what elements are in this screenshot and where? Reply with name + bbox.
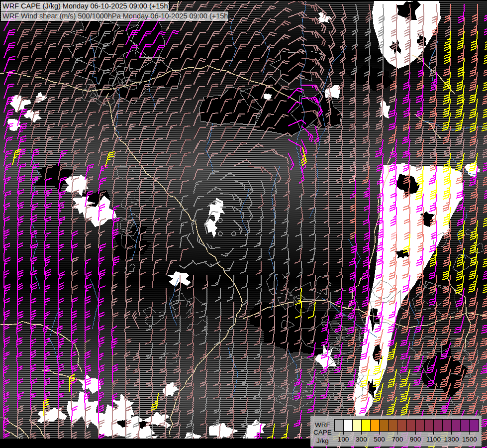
svg-text:J/kg: J/kg: [316, 437, 329, 445]
svg-text:1500: 1500: [462, 436, 477, 443]
svg-text:WRF: WRF: [315, 421, 330, 429]
svg-text:300: 300: [356, 436, 367, 443]
svg-text:WRF Wind shear (m/s) 500/1000h: WRF Wind shear (m/s) 500/1000hPa Monday …: [2, 12, 230, 20]
svg-text:CAPE: CAPE: [313, 429, 332, 436]
svg-text:700: 700: [392, 436, 403, 443]
svg-text:1300: 1300: [444, 436, 459, 443]
svg-text:WRF CAPE (J/kg) Monday 06-10-2: WRF CAPE (J/kg) Monday 06-10-2025 09:00 …: [2, 2, 170, 10]
svg-text:500: 500: [374, 436, 385, 443]
svg-text:100: 100: [338, 436, 349, 443]
svg-text:900: 900: [410, 436, 421, 443]
svg-text:1100: 1100: [426, 436, 441, 443]
